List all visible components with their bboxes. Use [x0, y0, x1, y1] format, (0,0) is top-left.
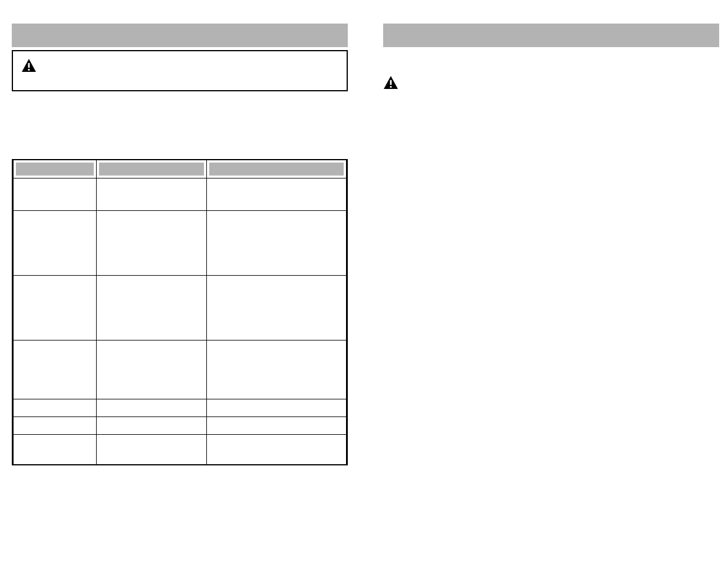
troubleshooting-table: [12, 159, 348, 465]
table-cell: [206, 417, 346, 435]
table-row: [14, 435, 347, 464]
table-row: [14, 211, 347, 276]
table-cell: [206, 399, 346, 417]
table-cell: [97, 211, 206, 276]
table-cell: [97, 435, 206, 464]
table-row: [14, 417, 347, 435]
svg-rect-3: [390, 86, 392, 88]
table-header-cell: [97, 160, 206, 178]
left-intro-text: [12, 91, 348, 97]
svg-rect-0: [28, 63, 30, 68]
table-row: [14, 399, 347, 417]
svg-rect-1: [28, 69, 30, 71]
table-cell: [14, 399, 97, 417]
table-cell: [14, 435, 97, 464]
table-cell: [97, 276, 206, 340]
table-row: [14, 178, 347, 211]
table-row: [14, 276, 347, 340]
table-cell: [206, 211, 346, 276]
table-cell: [97, 340, 206, 399]
table-cell: [206, 276, 346, 340]
left-section-header: [12, 24, 348, 47]
table-cell: [97, 178, 206, 211]
left-warning-box: [12, 50, 348, 91]
table-cell: [14, 276, 97, 340]
svg-rect-2: [390, 80, 392, 85]
table-cell: [206, 435, 346, 464]
table-cell: [97, 399, 206, 417]
table-cell: [14, 340, 97, 399]
table-header-row: [14, 160, 347, 178]
table-cell: [206, 178, 346, 211]
warning-icon: [383, 75, 398, 90]
table-header-cell: [206, 160, 346, 178]
table-header-cell: [14, 160, 97, 178]
table-cell: [14, 211, 97, 276]
left-column: [12, 24, 348, 465]
table-row: [14, 340, 347, 399]
table-cell: [14, 178, 97, 211]
table-cell: [206, 340, 346, 399]
table-cell: [14, 417, 97, 435]
warning-icon: [21, 58, 37, 72]
right-column: [383, 24, 719, 90]
table-cell: [97, 417, 206, 435]
right-warning-block: [383, 75, 719, 90]
right-section-header: [383, 24, 719, 47]
